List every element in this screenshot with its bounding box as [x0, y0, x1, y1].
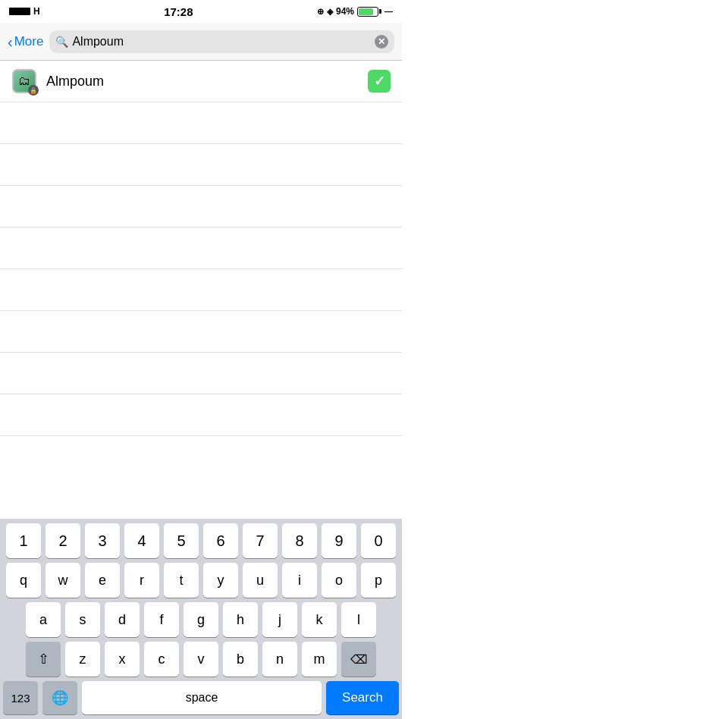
key-o[interactable]: o [322, 563, 356, 598]
key-l[interactable]: l [341, 602, 376, 637]
battery-percent: 94% [336, 6, 354, 17]
empty-row-4 [0, 228, 402, 269]
key-a[interactable]: a [26, 602, 61, 637]
key-5[interactable]: 5 [164, 523, 199, 558]
key-g[interactable]: g [184, 602, 218, 637]
numbers-switch-key[interactable]: 123 [3, 681, 38, 714]
key-1[interactable]: 1 [6, 523, 41, 558]
key-k[interactable]: k [302, 602, 337, 637]
empty-row-1 [0, 102, 402, 144]
key-s[interactable]: s [65, 602, 100, 637]
content-area: 🗂 🔒 Almpoum ✓ [0, 61, 402, 436]
wifi-icon: ◈ [327, 7, 333, 17]
status-left: H [9, 6, 40, 17]
key-m[interactable]: m [302, 642, 337, 677]
keyboard-row-zxcvbnm: ⇧ z x c v b n m ⌫ [0, 637, 402, 677]
key-b[interactable]: b [223, 642, 258, 677]
keyboard-row-qwerty: q w e r t y u i o p [0, 558, 402, 598]
key-h[interactable]: h [223, 602, 258, 637]
back-button[interactable]: ‹ More [8, 34, 43, 49]
app-icon-face: 🗂 [18, 74, 30, 88]
key-p[interactable]: p [361, 563, 396, 598]
key-7[interactable]: 7 [243, 523, 278, 558]
key-q[interactable]: q [6, 563, 41, 598]
lock-icon: 🔒 [30, 87, 37, 94]
key-x[interactable]: x [105, 642, 140, 677]
status-time: 17:28 [164, 5, 193, 18]
keyboard-row-asdf: a s d f g h j k l [0, 598, 402, 637]
key-j[interactable]: j [262, 602, 297, 637]
key-d[interactable]: d [105, 602, 140, 637]
key-u[interactable]: u [243, 563, 278, 598]
key-i[interactable]: i [282, 563, 317, 598]
clear-button[interactable]: ✕ [375, 35, 388, 49]
key-n[interactable]: n [262, 642, 297, 677]
key-2[interactable]: 2 [46, 523, 80, 558]
back-label: More [14, 34, 44, 49]
status-right: ⊕ ◈ 94% — [317, 6, 393, 17]
empty-row-2 [0, 144, 402, 186]
carrier-icon: H [33, 6, 40, 17]
delete-key[interactable]: ⌫ [341, 642, 376, 677]
keyboard-bottom-row: 123 🌐 space Search [0, 677, 402, 719]
result-row[interactable]: 🗂 🔒 Almpoum ✓ [0, 61, 402, 102]
key-0[interactable]: 0 [361, 523, 396, 558]
search-icon: 🔍 [55, 36, 68, 48]
key-c[interactable]: c [144, 642, 179, 677]
keyboard: 1 2 3 4 5 6 7 8 9 0 q w e r t y u i o p … [0, 519, 402, 719]
empty-row-8 [0, 394, 402, 436]
search-key[interactable]: Search [326, 681, 399, 714]
key-8[interactable]: 8 [282, 523, 317, 558]
location-icon: ⊕ [317, 7, 324, 17]
empty-row-7 [0, 353, 402, 394]
empty-row-3 [0, 186, 402, 228]
globe-key[interactable]: 🌐 [42, 681, 77, 714]
key-9[interactable]: 9 [322, 523, 356, 558]
key-3[interactable]: 3 [85, 523, 120, 558]
battery-icon [357, 7, 381, 17]
search-input[interactable]: Almpoum [72, 35, 371, 49]
empty-row-6 [0, 311, 402, 353]
checkmark-icon: ✓ [368, 70, 391, 93]
key-z[interactable]: z [65, 642, 100, 677]
lock-badge: 🔒 [28, 85, 39, 96]
key-w[interactable]: w [46, 563, 80, 598]
signal-icon [9, 8, 30, 15]
close-icon: ✕ [378, 37, 385, 46]
check-symbol: ✓ [374, 73, 385, 89]
key-y[interactable]: y [203, 563, 238, 598]
key-r[interactable]: r [124, 563, 159, 598]
keyboard-row-numbers: 1 2 3 4 5 6 7 8 9 0 [0, 519, 402, 558]
key-e[interactable]: e [85, 563, 120, 598]
key-v[interactable]: v [184, 642, 218, 677]
key-6[interactable]: 6 [203, 523, 238, 558]
result-app-name: Almpoum [46, 74, 368, 89]
status-bar: H 17:28 ⊕ ◈ 94% — [0, 0, 402, 23]
app-icon: 🗂 🔒 [11, 68, 37, 94]
nav-bar: ‹ More 🔍 Almpoum ✕ [0, 23, 402, 61]
charging-icon: — [384, 7, 393, 16]
key-t[interactable]: t [164, 563, 199, 598]
key-4[interactable]: 4 [124, 523, 159, 558]
chevron-left-icon: ‹ [8, 34, 13, 49]
space-key[interactable]: space [82, 681, 322, 714]
key-f[interactable]: f [144, 602, 179, 637]
empty-row-5 [0, 269, 402, 311]
search-bar[interactable]: 🔍 Almpoum ✕ [49, 30, 394, 53]
shift-key[interactable]: ⇧ [26, 642, 61, 677]
